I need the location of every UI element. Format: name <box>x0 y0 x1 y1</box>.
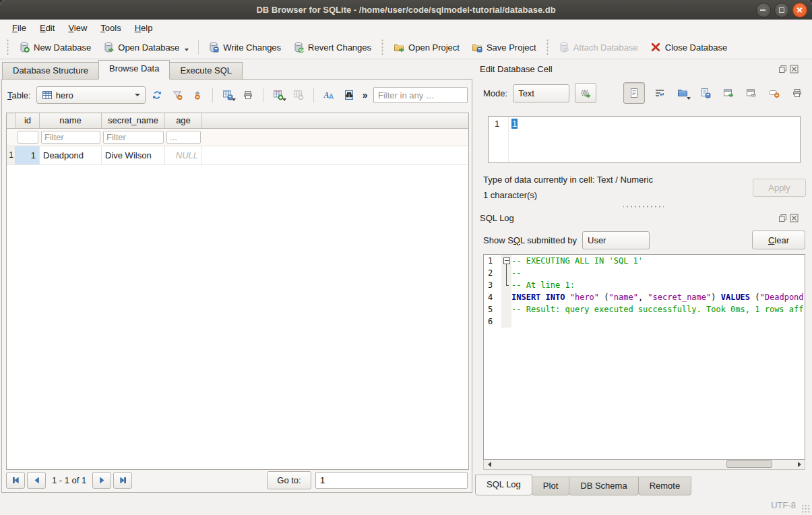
open-database-button[interactable]: Open Database <box>97 39 195 55</box>
line-number: 4 <box>484 291 501 303</box>
revert-changes-button[interactable]: Revert Changes <box>287 39 377 55</box>
goto-record-input[interactable] <box>315 472 468 489</box>
print-button[interactable] <box>239 86 257 104</box>
menu-help[interactable]: Help <box>128 21 160 35</box>
previous-record-button[interactable] <box>27 472 46 489</box>
format-button[interactable]: AA <box>320 86 338 104</box>
table-selector[interactable]: hero <box>36 86 146 104</box>
menu-edit[interactable]: Edit <box>33 21 61 35</box>
save-table-button[interactable] <box>219 86 237 104</box>
clear-button-label: Clear <box>768 235 789 245</box>
goto-button[interactable]: Go to: <box>267 471 311 489</box>
scroll-left-icon[interactable] <box>485 460 494 468</box>
mode-select[interactable]: Text <box>513 84 569 102</box>
export-data-button[interactable] <box>697 84 714 102</box>
float-dock-icon[interactable] <box>778 65 787 73</box>
table-cell-name[interactable]: Deadpond <box>40 146 102 164</box>
sql-token: "Deadpond <box>760 293 804 302</box>
clear-filters-button[interactable] <box>168 86 186 104</box>
attach-database-label: Attach Database <box>573 42 638 53</box>
titlebar[interactable]: DB Browser for SQLite - /home/user/code/… <box>0 0 812 20</box>
close-icon[interactable] <box>792 3 807 18</box>
sql-log-line: 6 <box>484 315 805 328</box>
dock-tab-sql-log[interactable]: SQL Log <box>475 475 532 495</box>
column-header-name[interactable]: name <box>40 113 102 128</box>
auto-switch-mode-button[interactable] <box>575 83 596 103</box>
next-record-button[interactable] <box>92 472 111 489</box>
save-project-button[interactable]: Save Project <box>466 39 542 55</box>
dock-tab-remote[interactable]: Remote <box>638 477 692 495</box>
float-dock-icon[interactable] <box>778 214 787 222</box>
open-project-icon <box>394 42 404 53</box>
tab-database-structure[interactable]: Database Structure <box>2 62 99 80</box>
sql-log-line: 2-- <box>484 267 805 279</box>
filter-any-column-input[interactable] <box>373 87 468 103</box>
close-dock-icon[interactable] <box>790 65 799 73</box>
import-data-button[interactable] <box>675 84 691 102</box>
delete-record-button[interactable] <box>290 86 307 104</box>
attach-database-button[interactable]: Attach Database <box>553 39 644 55</box>
sql-log-dock-header[interactable]: SQL Log <box>480 212 805 224</box>
copy-link-button[interactable] <box>743 84 759 102</box>
close-database-button[interactable]: Close Database <box>644 39 734 55</box>
last-record-button[interactable] <box>113 472 132 489</box>
set-null-icon <box>769 88 780 98</box>
column-filter-input-name[interactable] <box>41 131 100 144</box>
scroll-right-icon[interactable] <box>794 460 804 468</box>
sql-log-hscrollbar[interactable] <box>483 460 805 470</box>
line-number: 2 <box>484 267 501 279</box>
minimize-icon[interactable] <box>756 3 771 18</box>
menu-view[interactable]: View <box>61 21 94 35</box>
set-null-button[interactable] <box>766 84 782 102</box>
column-header-secret_name[interactable]: secret_name <box>102 113 165 128</box>
maximize-icon[interactable] <box>774 3 789 18</box>
toolbar-overflow-icon[interactable]: » <box>361 90 370 100</box>
dock-splitter-handle[interactable] <box>623 205 664 208</box>
clear-log-button[interactable]: Clear <box>752 231 805 249</box>
resize-grip[interactable] <box>801 504 810 513</box>
column-filter-input-secret_name[interactable] <box>103 131 164 144</box>
tab-execute-sql[interactable]: Execute SQL <box>169 62 243 80</box>
column-header-id[interactable]: id <box>16 113 40 128</box>
scrollbar-thumb[interactable] <box>726 460 772 468</box>
data-grid[interactable]: idnamesecret_nameage11DeadpondDive Wilso… <box>6 113 469 470</box>
dock-tab-db-schema[interactable]: DB Schema <box>569 477 638 495</box>
sql-log-view[interactable]: 1-- EXECUTING ALL IN 'SQL 1'2--3-- At li… <box>483 254 805 460</box>
cell-editor-content[interactable]: 1 <box>509 117 518 162</box>
column-header-age[interactable]: age <box>165 113 202 128</box>
close-dock-icon[interactable] <box>790 214 799 222</box>
table-cell-id[interactable]: 1 <box>16 146 40 164</box>
table-cell-secret_name[interactable]: Dive Wilson <box>102 146 165 164</box>
cell-editor[interactable]: 1 1 <box>488 116 801 163</box>
column-filter-input-age[interactable] <box>166 131 201 144</box>
new-database-button[interactable]: New Database <box>13 39 97 55</box>
filter-cell <box>40 131 102 144</box>
write-changes-icon <box>208 42 219 53</box>
tab-browse-data[interactable]: Browse Data <box>98 60 170 80</box>
clear-sorting-button[interactable] <box>189 86 206 104</box>
word-wrap-button[interactable] <box>652 84 668 102</box>
open-in-app-button[interactable] <box>720 84 737 102</box>
menu-file[interactable]: File <box>5 21 33 35</box>
column-filter-input-id[interactable] <box>18 131 38 144</box>
menu-tools[interactable]: Tools <box>94 21 127 35</box>
sql-token: -- EXECUTING ALL IN 'SQL 1' <box>511 256 643 266</box>
open-project-label: Open Project <box>408 42 460 53</box>
dock-tab-plot[interactable]: Plot <box>532 477 569 495</box>
window-title: DB Browser for SQLite - /home/user/code/… <box>256 5 555 15</box>
find-button[interactable] <box>340 86 358 104</box>
open-project-button[interactable]: Open Project <box>387 39 466 55</box>
row-header[interactable]: 1 <box>7 146 16 164</box>
table-cell-age[interactable]: NULL <box>165 146 202 164</box>
edit-cell-dock-header[interactable]: Edit Database Cell <box>480 63 805 75</box>
first-record-button[interactable] <box>6 472 25 489</box>
submitted-by-select[interactable]: User <box>582 231 650 249</box>
insert-record-button[interactable] <box>270 86 287 104</box>
write-changes-button[interactable]: Write Changes <box>202 39 287 55</box>
fold-marker[interactable] <box>501 255 511 267</box>
print-cell-button[interactable] <box>789 84 805 102</box>
edit-cell-toolbar: Mode: Text <box>483 83 805 103</box>
apply-button[interactable]: Apply <box>753 179 806 197</box>
refresh-button[interactable] <box>148 86 166 104</box>
text-mode-button[interactable] <box>623 82 645 104</box>
